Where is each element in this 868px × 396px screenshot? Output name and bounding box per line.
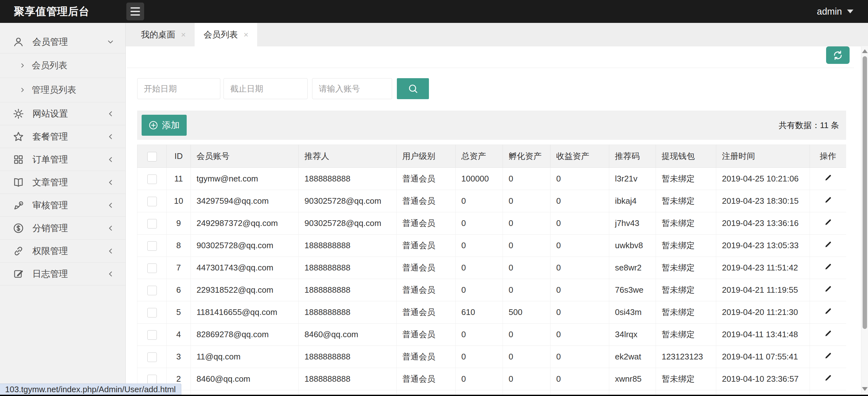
cell-level: 普通会员 bbox=[397, 346, 456, 368]
row-checkbox[interactable] bbox=[147, 286, 157, 295]
plus-circle-icon bbox=[149, 120, 158, 130]
row-checkbox[interactable] bbox=[147, 263, 157, 273]
edit-icon[interactable] bbox=[824, 351, 832, 360]
table-row: 9 2492987372@qq.com 903025728@qq.com 普通会… bbox=[137, 212, 846, 234]
cell-incubate-assets: 0 bbox=[503, 257, 551, 279]
table-row: 6 229318522@qq.com 1888888888 普通会员 0 0 0… bbox=[137, 279, 846, 301]
edit-icon[interactable] bbox=[824, 262, 832, 271]
cell-incubate-assets: 0 bbox=[503, 168, 551, 190]
dollar-circle-icon bbox=[13, 223, 24, 234]
sidebar-item-permission-mgmt[interactable]: 权限管理 bbox=[0, 239, 125, 262]
col-income-assets: 收益资产 bbox=[551, 145, 609, 168]
row-checkbox[interactable] bbox=[147, 197, 157, 206]
col-incubate-assets: 孵化资产 bbox=[503, 145, 551, 168]
tab-close-icon[interactable]: × bbox=[181, 30, 186, 40]
sidebar-item-distribution-mgmt[interactable]: 分销管理 bbox=[0, 217, 125, 239]
cell-account: tgymw@net.com bbox=[191, 168, 299, 190]
edit-icon[interactable] bbox=[824, 284, 832, 293]
cell-account: 903025728@qq.com bbox=[191, 234, 299, 257]
cell-referral-code: uwkbv8 bbox=[609, 234, 656, 257]
cell-total-assets: 0 bbox=[456, 212, 503, 234]
tab-member-list[interactable]: 会员列表 × bbox=[195, 23, 257, 47]
end-date-input[interactable] bbox=[223, 78, 308, 99]
cell-register-time: 2019-04-25 10:21:06 bbox=[716, 168, 810, 190]
table-row: 11 tgymw@net.com 1888888888 普通会员 100000 … bbox=[137, 168, 846, 190]
sidebar-item-order-mgmt[interactable]: 订单管理 bbox=[0, 148, 125, 171]
cell-referral-code: l3r21v bbox=[609, 168, 656, 190]
cell-register-time: 2019-04-20 11:21:30 bbox=[716, 301, 810, 323]
sidebar-item-site-settings[interactable]: 网站设置 bbox=[0, 102, 125, 125]
row-checkbox[interactable] bbox=[147, 174, 157, 184]
row-checkbox[interactable] bbox=[147, 219, 157, 228]
table-row: 4 82869278@qq.com 8460@qq.com 普通会员 0 0 0… bbox=[137, 323, 846, 346]
cell-wallet bbox=[656, 390, 716, 395]
cell-id: 4 bbox=[167, 323, 191, 346]
cell-register-time: 2019-04-23 13:36:16 bbox=[716, 212, 810, 234]
edit-icon[interactable] bbox=[824, 173, 832, 182]
scroll-down-arrow-icon[interactable] bbox=[862, 387, 868, 391]
account-input[interactable] bbox=[312, 78, 392, 99]
search-icon bbox=[407, 83, 419, 94]
book-icon bbox=[13, 177, 24, 188]
start-date-input[interactable] bbox=[137, 78, 220, 99]
chevron-right-icon bbox=[19, 86, 26, 93]
row-checkbox[interactable] bbox=[147, 330, 157, 340]
member-table: ID 会员账号 推荐人 用户级别 总资产 孵化资产 收益资产 推荐码 提现钱包 … bbox=[137, 145, 846, 395]
cell-referral-code: j7hv43 bbox=[609, 212, 656, 234]
chevron-down-icon bbox=[847, 9, 854, 13]
col-referral-code: 推荐码 bbox=[609, 145, 656, 168]
chevron-left-icon bbox=[106, 155, 115, 164]
cell-income-assets: 0 bbox=[551, 212, 609, 234]
orders-grid-icon bbox=[13, 154, 24, 165]
cell-income-assets: 0 bbox=[551, 257, 609, 279]
row-checkbox[interactable] bbox=[147, 375, 157, 384]
row-checkbox[interactable] bbox=[147, 308, 157, 317]
sidebar-item-article-mgmt[interactable]: 文章管理 bbox=[0, 171, 125, 194]
search-button[interactable] bbox=[397, 78, 429, 99]
edit-icon[interactable] bbox=[824, 373, 832, 382]
cell-total-assets: 0 bbox=[456, 368, 503, 390]
cell-id: 7 bbox=[167, 257, 191, 279]
refresh-button[interactable] bbox=[826, 47, 849, 64]
tab-my-desktop[interactable]: 我的桌面 × bbox=[132, 23, 195, 47]
cell-id: 5 bbox=[167, 301, 191, 323]
cell-register-time: 2019-04-11 07:55:41 bbox=[716, 346, 810, 368]
scrollbar[interactable] bbox=[861, 46, 868, 395]
edit-icon[interactable] bbox=[824, 307, 832, 316]
member-table-wrap: ID 会员账号 推荐人 用户级别 总资产 孵化资产 收益资产 推荐码 提现钱包 … bbox=[137, 145, 846, 395]
row-checkbox[interactable] bbox=[147, 241, 157, 251]
cell-register-time: 2019-04-21 11:19:55 bbox=[716, 279, 810, 301]
chevron-left-icon bbox=[106, 247, 115, 255]
cell-wallet: 暂未绑定 bbox=[656, 168, 716, 190]
cell-referral-code: ek2wat bbox=[609, 346, 656, 368]
hamburger-icon bbox=[130, 7, 140, 8]
chevron-left-icon bbox=[106, 201, 115, 209]
sidebar-item-package-mgmt[interactable]: 套餐管理 bbox=[0, 125, 125, 148]
edit-icon[interactable] bbox=[824, 218, 832, 227]
cell-wallet: 暂未绑定 bbox=[656, 212, 716, 234]
scrollbar-thumb[interactable] bbox=[863, 56, 867, 329]
add-button[interactable]: 添加 bbox=[142, 115, 187, 136]
cell-account bbox=[191, 390, 299, 395]
sidebar-item-admin-list[interactable]: 管理员列表 bbox=[0, 78, 125, 102]
edit-icon[interactable] bbox=[824, 329, 832, 338]
sidebar-toggle-button[interactable] bbox=[126, 3, 144, 20]
edit-icon[interactable] bbox=[824, 195, 832, 204]
edit-icon[interactable] bbox=[824, 240, 832, 249]
sidebar-item-audit-mgmt[interactable]: 审核管理 bbox=[0, 194, 125, 217]
user-menu[interactable]: admin bbox=[817, 0, 854, 23]
cell-account: 2492987372@qq.com bbox=[191, 212, 299, 234]
select-all-checkbox[interactable] bbox=[147, 152, 157, 162]
cell-total-assets: 0 bbox=[456, 323, 503, 346]
sidebar-item-member-mgmt[interactable]: 会员管理 bbox=[0, 30, 125, 53]
table-row: 5 1181416655@qq.com 1888888888 普通会员 610 … bbox=[137, 301, 846, 323]
chevron-left-icon bbox=[106, 178, 115, 187]
sidebar-item-member-list[interactable]: 会员列表 bbox=[0, 53, 125, 78]
cell-account: 1181416655@qq.com bbox=[191, 301, 299, 323]
scroll-up-arrow-icon[interactable] bbox=[862, 49, 868, 53]
tab-close-icon[interactable]: × bbox=[244, 30, 248, 40]
cell-referrer: 1888888888 bbox=[299, 168, 397, 190]
sidebar: 会员管理 会员列表 管理员列表 网站设置 套餐管理 订单管理 文章管 bbox=[0, 23, 126, 396]
row-checkbox[interactable] bbox=[147, 352, 157, 362]
sidebar-item-log-mgmt[interactable]: 日志管理 bbox=[0, 262, 125, 285]
